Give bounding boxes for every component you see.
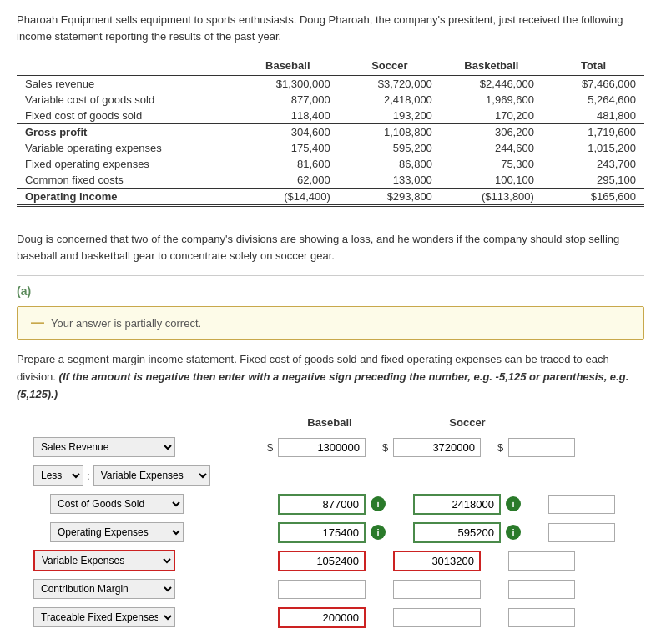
baseball-cogs-input[interactable] — [278, 494, 366, 515]
description-text: Doug is concerned that two of the compan… — [0, 219, 661, 275]
baseball-col-header: Baseball — [267, 416, 392, 429]
less-label-area: Less : Variable Expenses — [33, 465, 267, 486]
baseball-tf-group — [267, 607, 366, 628]
third-tf-input[interactable] — [508, 608, 575, 627]
col-basketball: Basketball — [441, 56, 542, 76]
third-input-group: $ — [497, 438, 575, 457]
sales-revenue-inputs: $ $ $ — [267, 438, 575, 457]
soccer-cm-input[interactable] — [393, 580, 481, 599]
less-select[interactable]: Less — [33, 465, 83, 486]
dollar-sign-baseball: $ — [267, 441, 275, 454]
income-table: Baseball Soccer Basketball Total Sales r… — [17, 56, 644, 207]
table-row: Sales revenue $1,300,000 $3,720,000 $2,4… — [17, 76, 644, 93]
cost-of-goods-inputs: i i — [267, 494, 615, 515]
sales-revenue-label-area: Sales Revenue — [33, 437, 267, 457]
soccer-opex-input[interactable] — [413, 522, 501, 543]
col-headers: Baseball Soccer — [33, 416, 628, 429]
dollar-sign-third: $ — [497, 441, 506, 454]
baseball-varexp-group — [267, 551, 366, 571]
prepare-text: Prepare a segment margin income statemen… — [17, 351, 644, 403]
traceable-fixed-label-area: Traceable Fixed Expenses — [33, 607, 267, 627]
operating-expenses-inputs: i i — [267, 522, 615, 543]
partial-correct-banner: — Your answer is partially correct. — [17, 306, 644, 340]
section-a: (a) — Your answer is partially correct. … — [0, 276, 661, 644]
contribution-margin-inputs — [267, 580, 575, 599]
sales-revenue-row: Sales Revenue $ $ $ — [33, 435, 628, 459]
section-label: (a) — [17, 284, 644, 298]
page: Pharoah Equipment sells equipment to spo… — [0, 0, 661, 644]
baseball-opex-group: i — [267, 522, 386, 543]
third-opex-group — [537, 522, 615, 543]
third-sales-revenue-input[interactable] — [508, 438, 575, 457]
soccer-cogs-input[interactable] — [413, 494, 501, 515]
baseball-varexp-input[interactable] — [278, 551, 366, 571]
third-cm-group — [497, 580, 575, 599]
soccer-opex-group: i — [402, 522, 521, 543]
contribution-margin-select[interactable]: Contribution Margin — [33, 579, 175, 599]
top-section: Pharoah Equipment sells equipment to spo… — [0, 0, 661, 219]
segment-form: Baseball Soccer Sales Revenue $ — [17, 416, 644, 644]
soccer-opex-info-icon[interactable]: i — [506, 525, 521, 540]
less-row: Less : Variable Expenses — [33, 464, 628, 487]
soccer-tf-group — [382, 607, 481, 628]
soccer-cm-group — [382, 580, 481, 599]
soccer-varexp-group — [382, 551, 481, 571]
baseball-cogs-group: i — [267, 494, 386, 515]
sales-revenue-select[interactable]: Sales Revenue — [33, 437, 175, 457]
traceable-fixed-inputs — [267, 607, 575, 628]
baseball-opex-input[interactable] — [278, 522, 366, 543]
contribution-margin-row: Contribution Margin — [33, 577, 628, 601]
col-baseball: Baseball — [237, 56, 339, 76]
minus-icon: — — [31, 315, 44, 330]
table-row: Gross profit 304,600 1,108,800 306,200 1… — [17, 124, 644, 141]
soccer-sales-revenue-input[interactable] — [393, 438, 481, 457]
variable-expenses-total-row: Variable Expenses — [33, 549, 628, 572]
dollar-sign-soccer: $ — [382, 441, 391, 454]
variable-expenses-total-select[interactable]: Variable Expenses — [33, 550, 175, 571]
baseball-cm-group — [267, 580, 366, 599]
soccer-tf-input[interactable] — [393, 608, 481, 627]
table-row: Fixed operating expenses 81,600 86,800 7… — [17, 156, 644, 172]
third-cm-input[interactable] — [508, 580, 575, 599]
variable-expenses-total-label-area: Variable Expenses — [33, 550, 267, 571]
table-row: Variable operating expenses 175,400 595,… — [17, 140, 644, 156]
baseball-cogs-info-icon[interactable]: i — [371, 496, 386, 511]
third-cogs-group — [537, 494, 615, 515]
soccer-cogs-info-icon[interactable]: i — [506, 496, 521, 511]
baseball-cm-input[interactable] — [278, 580, 366, 599]
soccer-col-header: Soccer — [392, 416, 542, 429]
operating-expenses-label-area: Operating Expenses — [33, 522, 267, 542]
traceable-fixed-select[interactable]: Traceable Fixed Expenses — [33, 607, 175, 627]
table-row: Fixed cost of goods sold 118,400 193,200… — [17, 108, 644, 124]
operating-expenses-select[interactable]: Operating Expenses — [50, 522, 184, 542]
intro-text: Pharoah Equipment sells equipment to spo… — [17, 12, 644, 44]
third-tf-group — [497, 607, 575, 628]
banner-text: Your answer is partially correct. — [51, 317, 201, 330]
contribution-margin-label-area: Contribution Margin — [33, 579, 267, 599]
table-row: Common fixed costs 62,000 133,000 100,10… — [17, 172, 644, 189]
cost-of-goods-label-area: Cost of Goods Sold — [33, 494, 267, 514]
cost-of-goods-select[interactable]: Cost of Goods Sold — [50, 494, 184, 514]
baseball-opex-info-icon[interactable]: i — [371, 525, 386, 540]
baseball-input-group: $ — [267, 438, 366, 457]
col-soccer: Soccer — [339, 56, 441, 76]
variable-expenses-label-select[interactable]: Variable Expenses — [93, 465, 210, 486]
cost-of-goods-row: Cost of Goods Sold i i — [33, 492, 628, 516]
baseball-sales-revenue-input[interactable] — [278, 438, 366, 457]
soccer-input-group: $ — [382, 438, 481, 457]
col-total: Total — [542, 56, 644, 76]
soccer-cogs-group: i — [402, 494, 521, 515]
baseball-tf-input[interactable] — [278, 607, 366, 628]
soccer-varexp-input[interactable] — [393, 551, 481, 571]
third-cogs-input[interactable] — [548, 495, 615, 514]
third-varexp-input[interactable] — [508, 551, 575, 571]
table-row: Operating income ($14,400) $293,800 ($11… — [17, 189, 644, 206]
traceable-fixed-row: Traceable Fixed Expenses — [33, 606, 628, 629]
operating-expenses-row: Operating Expenses i i — [33, 521, 628, 544]
third-varexp-group — [497, 551, 575, 571]
third-opex-input[interactable] — [548, 523, 615, 542]
colon-separator: : — [87, 470, 90, 482]
prepare-text-2: (If the amount is negative then enter wi… — [17, 370, 628, 400]
variable-expenses-total-inputs — [267, 551, 575, 571]
table-row: Variable cost of goods sold 877,000 2,41… — [17, 92, 644, 108]
